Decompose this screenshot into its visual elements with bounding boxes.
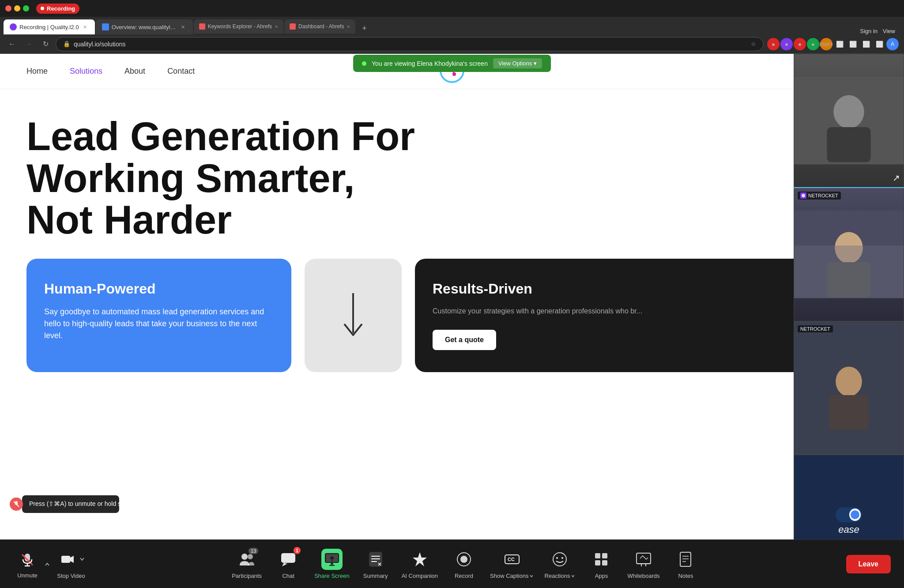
unmute-icon-area: [17, 549, 38, 570]
tab-2[interactable]: Overview: www.qualityl.io/ - Al... ✕: [96, 19, 193, 34]
summary-button[interactable]: Summary: [360, 549, 391, 579]
tab-close-1[interactable]: ✕: [82, 23, 89, 30]
svg-point-33: [553, 553, 566, 566]
apps-icon-area: [591, 549, 612, 570]
tab-extra-1[interactable]: Keywords Explorer - Ahrefs ✕: [194, 19, 283, 34]
unmute-button[interactable]: Unmute: [13, 547, 41, 580]
ext-icon-9[interactable]: ⬜: [873, 38, 885, 50]
address-lock-icon: 🔒: [63, 41, 70, 47]
ai-icon: [411, 550, 429, 568]
share-screen-button[interactable]: Share Screen: [314, 549, 350, 579]
tab-extra-2[interactable]: Dashboard - Ahrefs ✕: [284, 19, 355, 34]
ext-icon-7[interactable]: ⬜: [847, 38, 859, 50]
refresh-button[interactable]: ↻: [39, 38, 52, 51]
mic-slash-icon: [13, 501, 20, 508]
ext-icon-3[interactable]: ●: [794, 38, 806, 50]
minimize-window-button[interactable]: [14, 5, 20, 11]
view-options-button[interactable]: View Options ▾: [493, 58, 542, 68]
video-person-svg-1: [794, 54, 904, 187]
hero-title-line1: Lead Generation For: [26, 116, 878, 158]
new-tab-button[interactable]: +: [358, 22, 370, 34]
video-off-icon: [60, 551, 75, 567]
cursor-indicator: ↗: [893, 173, 900, 183]
tab-extra-close-2[interactable]: ✕: [347, 24, 350, 29]
nav-home[interactable]: Home: [26, 67, 48, 76]
leave-button[interactable]: Leave: [846, 555, 891, 573]
video-label-netrocket-1: NETROCKET: [798, 192, 841, 200]
record-button[interactable]: Record: [448, 549, 479, 579]
bookmark-icon[interactable]: ☆: [751, 41, 756, 47]
arrow-svg: [335, 289, 371, 342]
tab-close-2[interactable]: ✕: [180, 23, 187, 30]
record-icon: [455, 550, 473, 568]
ext-icon-1[interactable]: ●: [767, 38, 780, 50]
summary-icon: [367, 550, 384, 568]
svg-rect-15: [15, 501, 18, 505]
ext-icon-8[interactable]: ⬜: [860, 38, 872, 50]
svg-point-21: [241, 554, 248, 560]
address-input-container[interactable]: 🔒 qualityl.io/solutions ☆: [56, 37, 764, 51]
svg-rect-38: [595, 560, 600, 565]
notes-button[interactable]: Notes: [670, 549, 701, 579]
chevron-up-icon: [44, 561, 50, 567]
sign-in-link[interactable]: Sign in: [860, 28, 878, 34]
share-screen-icon-area: [321, 549, 343, 570]
apps-button[interactable]: Apps: [586, 549, 617, 579]
reactions-button[interactable]: Reactions: [544, 549, 575, 579]
show-captions-label: Show Captions: [490, 573, 528, 579]
svg-rect-9: [794, 246, 904, 298]
apps-label: Apps: [595, 573, 608, 579]
screen-share-text: You are viewing Elena Khodykina's screen: [372, 60, 488, 67]
ext-icon-6[interactable]: ⬜: [833, 38, 846, 50]
notes-label: Notes: [678, 573, 693, 579]
video-tile-1: ↗: [794, 54, 904, 187]
video-panel: ↗ NETROCKET NETROCKET: [794, 54, 904, 588]
svg-point-34: [556, 557, 558, 559]
tab-1[interactable]: Recording | Quality.I2.0 ✕: [4, 19, 95, 34]
unmute-label: Unmute: [17, 572, 38, 579]
back-button[interactable]: ←: [5, 38, 19, 51]
profile-icon[interactable]: A: [886, 38, 899, 50]
svg-rect-23: [281, 553, 295, 563]
chat-button[interactable]: 1 Chat: [273, 549, 304, 579]
maximize-window-button[interactable]: [23, 5, 29, 11]
nav-about[interactable]: About: [124, 67, 145, 76]
view-link[interactable]: View: [883, 28, 895, 34]
forward-button[interactable]: →: [22, 38, 35, 51]
ext-icon-4[interactable]: ●: [807, 38, 819, 50]
participants-button[interactable]: 13 Participants: [231, 549, 262, 579]
svg-point-22: [248, 554, 253, 559]
address-text: qualityl.io/solutions: [74, 41, 126, 48]
ai-companion-button[interactable]: AI Companion: [402, 549, 438, 579]
card-blue-text: Say goodbye to automated mass lead gener…: [44, 306, 274, 342]
svg-rect-20: [61, 556, 70, 563]
chat-icon-area: 1: [278, 549, 299, 570]
nav-contact[interactable]: Contact: [167, 67, 195, 76]
video-chevron-icon: [79, 556, 85, 562]
show-captions-button[interactable]: CC Show Captions: [490, 549, 534, 579]
recording-dot: [41, 7, 44, 10]
tab-extra-close-1[interactable]: ✕: [275, 24, 278, 29]
svg-text:CC: CC: [508, 557, 515, 562]
main-content: Home Solutions About Contact LinkedIn ✕ …: [0, 54, 904, 588]
video-label-netrocket-2: NETROCKET: [798, 325, 833, 332]
ease-label: ease: [838, 524, 859, 535]
ext-icon-2[interactable]: ●: [780, 38, 793, 50]
get-quote-button[interactable]: Get a quote: [433, 330, 496, 350]
ext-icon-5[interactable]: met+: [820, 38, 832, 50]
record-label: Record: [455, 573, 473, 579]
summary-icon-area: [365, 549, 386, 570]
reactions-icon: [551, 550, 569, 568]
nav-solutions[interactable]: Solutions: [70, 67, 102, 76]
toolbar-center: 13 Participants 1 Chat: [231, 549, 701, 579]
svg-rect-44: [680, 552, 691, 566]
close-window-button[interactable]: [5, 5, 11, 11]
whiteboards-label: Whiteboards: [627, 573, 659, 579]
svg-marker-28: [413, 552, 427, 566]
stop-video-group: [57, 549, 85, 570]
whiteboards-button[interactable]: Whiteboards: [627, 549, 659, 579]
unmute-chevron[interactable]: [42, 559, 52, 569]
stop-video-button[interactable]: Stop Video: [56, 549, 87, 579]
whiteboard-icon: [635, 550, 652, 568]
address-bar: ← → ↻ 🔒 qualityl.io/solutions ☆ ● ● ● ● …: [0, 34, 904, 54]
